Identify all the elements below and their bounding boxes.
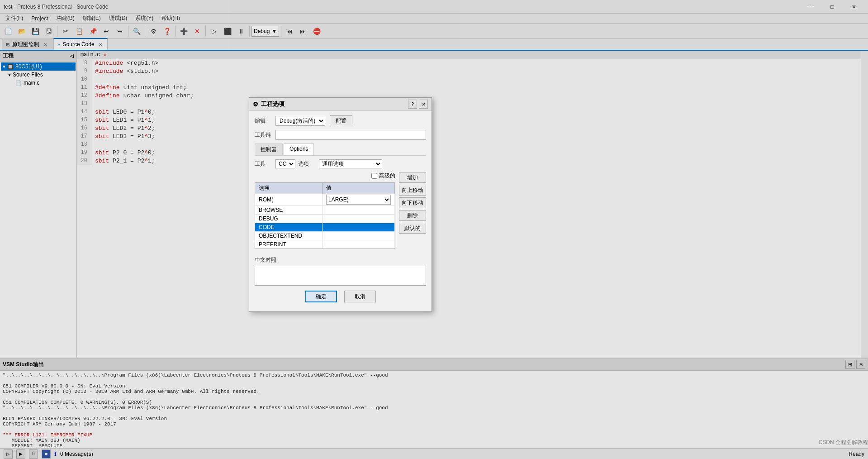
table-row-preprint[interactable]: PREPRINT xyxy=(255,240,395,249)
dialog-title: ⚙ 工程选项 xyxy=(253,100,285,108)
rom-dropdown-container: LARGE) SMALL) COMPACT) xyxy=(326,195,391,205)
options-table-header-row: 选项 值 xyxy=(255,183,395,194)
cell-objectextend-option: OBJECTEXTEND xyxy=(255,232,323,240)
tab-options[interactable]: Options xyxy=(284,143,314,155)
tool-row: 工具 CC 选项 通用选项 xyxy=(255,159,426,168)
dialog-title-text: 工程选项 xyxy=(261,100,285,108)
ok-button[interactable]: 确定 xyxy=(305,291,337,302)
table-row-debug[interactable]: DEBUG xyxy=(255,215,395,223)
toolchain-input[interactable]: Keil for 8051 xyxy=(275,130,426,140)
dialog-footer: 确定 取消 xyxy=(255,287,426,307)
option-label: 选项 xyxy=(298,160,316,168)
advanced-checkbox-area: 高级的 xyxy=(255,172,395,180)
toolchain-label: 工具链 xyxy=(255,131,273,139)
cell-debug-value xyxy=(323,215,395,223)
cell-objectextend-value xyxy=(323,232,395,240)
dialog-title-controls: ? ✕ xyxy=(408,100,428,109)
table-row-code[interactable]: CODE xyxy=(255,223,395,232)
dialog-help-button[interactable]: ? xyxy=(408,100,417,109)
options-table-container: 选项 值 ROM( LAR xyxy=(255,182,395,249)
add-button[interactable]: 增加 xyxy=(399,172,426,183)
cancel-button[interactable]: 取消 xyxy=(344,291,376,302)
tab-controller-label: 控制器 xyxy=(261,146,277,153)
col-value: 值 xyxy=(323,183,395,194)
option-select[interactable]: 通用选项 xyxy=(319,159,382,168)
cell-preprint-option: PREPRINT xyxy=(255,240,323,249)
project-options-dialog: ⚙ 工程选项 ? ✕ 编辑 Debug(激活的) Release 配置 xyxy=(249,97,432,312)
cell-browse-option: BROWSE xyxy=(255,206,323,215)
cell-rom-option: ROM( xyxy=(255,194,323,206)
tab-controller[interactable]: 控制器 xyxy=(255,143,283,155)
tool-label: 工具 xyxy=(255,160,273,168)
dialog-overlay: ⚙ 工程选项 ? ✕ 编辑 Debug(激活的) Release 配置 xyxy=(0,0,868,459)
cell-code-value xyxy=(323,223,395,232)
zhongwen-section: 中文对照 xyxy=(255,256,426,287)
dialog-close-button[interactable]: ✕ xyxy=(419,100,428,109)
down-button[interactable]: 向下移动 xyxy=(399,197,426,208)
cell-code-option: CODE xyxy=(255,223,323,232)
config-button[interactable]: 配置 xyxy=(330,115,352,126)
compile-dropdown-container: Debug(激活的) Release xyxy=(275,116,325,126)
cell-preprint-value xyxy=(323,240,395,249)
cell-debug-option: DEBUG xyxy=(255,215,323,223)
side-buttons: 增加 向上移动 向下移动 删除 默认的 xyxy=(399,172,426,234)
cell-rom-value: LARGE) SMALL) COMPACT) xyxy=(323,194,395,206)
default-button[interactable]: 默认的 xyxy=(399,223,426,234)
toolchain-row: 工具链 Keil for 8051 xyxy=(255,130,426,140)
options-table-body: ROM( LARGE) SMALL) COMPACT) xyxy=(255,194,395,249)
options-table-head: 选项 值 xyxy=(255,183,395,194)
dialog-title-bar: ⚙ 工程选项 ? ✕ xyxy=(249,98,432,111)
table-row-rom[interactable]: ROM( LARGE) SMALL) COMPACT) xyxy=(255,194,395,206)
compile-dropdown[interactable]: Debug(激活的) Release xyxy=(275,116,325,126)
up-button[interactable]: 向上移动 xyxy=(399,185,426,196)
advanced-label: 高级的 xyxy=(379,172,395,180)
dialog-tabs: 控制器 Options xyxy=(255,143,426,156)
col-option: 选项 xyxy=(255,183,323,194)
advanced-section: 高级的 选项 值 xyxy=(255,172,426,253)
rom-select[interactable]: LARGE) SMALL) COMPACT) xyxy=(326,195,391,205)
table-row-objectextend[interactable]: OBJECTEXTEND xyxy=(255,232,395,240)
options-table: 选项 值 ROM( LAR xyxy=(255,183,395,249)
tab-options-label: Options xyxy=(289,146,308,152)
compile-row: 编辑 Debug(激活的) Release 配置 xyxy=(255,115,426,126)
table-section: 高级的 选项 值 xyxy=(255,172,395,253)
cell-browse-value xyxy=(323,206,395,215)
advanced-checkbox[interactable] xyxy=(371,173,377,179)
dialog-body: 编辑 Debug(激活的) Release 配置 工具链 Keil for 80… xyxy=(249,111,432,311)
tool-select[interactable]: CC xyxy=(275,159,295,168)
table-row-browse[interactable]: BROWSE xyxy=(255,206,395,215)
zhongwen-label: 中文对照 xyxy=(255,256,426,264)
zhongwen-input[interactable] xyxy=(255,266,426,286)
dialog-title-icon: ⚙ xyxy=(253,101,258,108)
compile-label: 编辑 xyxy=(255,117,273,125)
delete-button[interactable]: 删除 xyxy=(399,210,426,221)
